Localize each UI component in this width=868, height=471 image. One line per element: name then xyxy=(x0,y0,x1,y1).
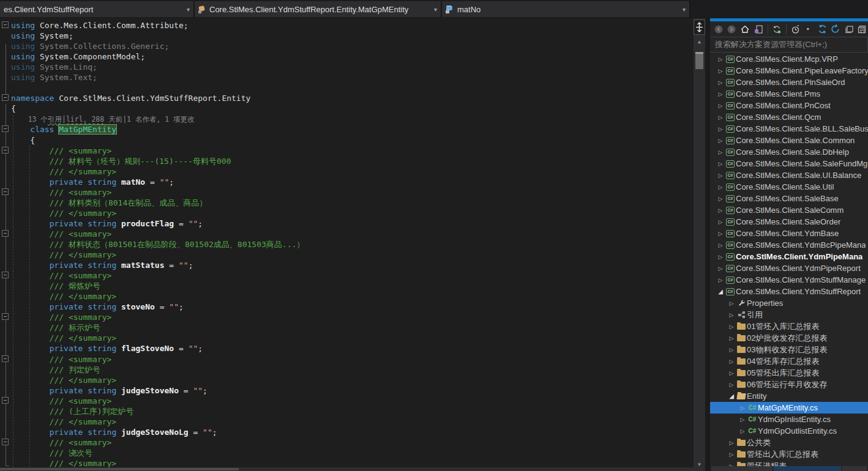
refresh-icon[interactable] xyxy=(816,23,828,35)
show-all-files-icon[interactable] xyxy=(856,23,868,35)
collapsed-arrow-icon[interactable]: ▷ xyxy=(716,56,725,62)
tree-item[interactable]: ▷06管坯运行年月收发存 xyxy=(710,379,868,390)
tree-item-project[interactable]: ▷C#Core.StlMes.Client.YdmPipeReport xyxy=(710,262,868,274)
collapsed-arrow-icon[interactable]: ▷ xyxy=(738,428,747,434)
code-line[interactable]: − class MatGpMEntity xyxy=(0,124,694,135)
tree-item[interactable]: ◢Entity xyxy=(710,390,868,402)
project-dropdown[interactable]: es.Client.YdmStuffReport ▾ xyxy=(0,1,195,17)
tree-item-project[interactable]: ▷C#Core.StlMes.Client.Sale.Util xyxy=(710,181,868,193)
collapsed-arrow-icon[interactable]: ▷ xyxy=(727,347,736,353)
tree-item-project[interactable]: ▷C#Core.StlMes.Client.Qcm xyxy=(710,111,868,123)
collapsed-arrow-icon[interactable]: ▷ xyxy=(716,265,725,272)
tree-item[interactable]: ▷05管坯出库汇总报表 xyxy=(710,367,868,379)
collapsed-arrow-icon[interactable]: ▷ xyxy=(716,219,725,225)
fold-gutter[interactable]: − xyxy=(0,93,11,103)
horizontal-scrollbar-thumb[interactable] xyxy=(0,468,239,470)
back-icon[interactable] xyxy=(713,23,725,35)
code-line[interactable]: /// (上工序)判定炉号 xyxy=(0,406,694,417)
code-line[interactable]: − /// <summary> xyxy=(0,146,694,156)
vertical-scrollbar-thumb[interactable] xyxy=(695,52,703,69)
collapsed-arrow-icon[interactable]: ▷ xyxy=(716,80,725,86)
code-line[interactable]: private string matNo = ""; xyxy=(0,177,694,187)
code-editor[interactable]: −using Core.Mes.Client.Comm.Attribute;us… xyxy=(0,18,694,471)
tree-item-project[interactable]: ▷C#Core.StlMes.Client.Sale.UI.Balance xyxy=(710,169,868,181)
scroll-up-arrow[interactable]: ▲ xyxy=(694,39,705,45)
tree-item-project[interactable]: ▷C#Core.StlMes.Client.Sale.SaleFundMg xyxy=(710,158,868,169)
code-line[interactable]: − /// <summary> xyxy=(0,354,694,365)
tree-item[interactable]: ▷引用 xyxy=(710,309,868,321)
code-line[interactable]: /// 材料号（坯号）规则---(15)----母料号000 xyxy=(0,156,694,166)
tree-item-project[interactable]: ▷C#Core.StlMes.Client.SaleOrder xyxy=(710,216,868,228)
panel-splitter[interactable] xyxy=(705,18,710,471)
tree-item-project[interactable]: ▷C#Core.StlMes.Client.YdmBase xyxy=(710,228,868,239)
collapsed-arrow-icon[interactable]: ▷ xyxy=(738,405,747,411)
tree-item-project[interactable]: ▷C#Core.StlMes.Client.YdmBcPipeMana xyxy=(710,239,868,251)
tree-item-project[interactable]: ▷C#Core.StlMes.Client.Pms xyxy=(710,88,868,100)
tree-item-file[interactable]: ▷C#YdmGpOutlistEntity.cs xyxy=(710,425,868,437)
code-line[interactable]: /// </summary> xyxy=(0,375,694,385)
collapsed-arrow-icon[interactable]: ▷ xyxy=(716,103,725,109)
code-line[interactable]: /// </summary> xyxy=(0,250,694,260)
fold-collapse-icon[interactable]: − xyxy=(2,188,9,195)
type-dropdown[interactable]: Core.StlMes.Client.YdmStuffReport.Entity… xyxy=(195,1,442,17)
collapsed-arrow-icon[interactable]: ▷ xyxy=(716,184,725,190)
code-line[interactable]: private string judgeStoveNoLg = ""; xyxy=(0,427,694,437)
code-line[interactable]: /// 判定炉号 xyxy=(0,365,694,375)
code-line[interactable]: 13 个引用|lirl, 288 天前|1 名作者, 1 项更改 xyxy=(0,114,694,124)
collapsed-arrow-icon[interactable]: ▷ xyxy=(727,335,736,341)
tree-item[interactable]: ▷Properties xyxy=(710,297,868,309)
tree-item-project[interactable]: ▷C#Core.StlMes.Client.YdmStuffManage xyxy=(710,274,868,286)
fold-gutter[interactable]: − xyxy=(0,20,11,31)
tree-item-file[interactable]: ▷C#YdmGpInlistEntity.cs xyxy=(710,414,868,425)
code-line[interactable]: private string flagStoveNo = ""; xyxy=(0,343,694,354)
search-input[interactable]: 搜索解决方案资源管理器(Ctrl+;) xyxy=(710,37,868,52)
collapsed-arrow-icon[interactable]: ▷ xyxy=(716,91,725,97)
fold-collapse-icon[interactable]: − xyxy=(2,94,9,101)
caret-icon[interactable]: ▾ xyxy=(803,23,815,35)
tree-item[interactable]: ▷管坯出入库汇总报表 xyxy=(710,448,868,460)
bottom-tab[interactable] xyxy=(774,466,841,471)
code-line[interactable]: /// </summary> xyxy=(0,166,694,177)
home-icon[interactable] xyxy=(739,23,751,35)
fold-collapse-icon[interactable]: − xyxy=(2,125,9,132)
fold-collapse-icon[interactable]: − xyxy=(2,147,9,154)
code-line[interactable]: private string productFlag = ""; xyxy=(0,218,694,229)
pending-changes-filter-icon[interactable] xyxy=(790,23,802,35)
tree-item[interactable]: ▷03物料收发存汇总报表 xyxy=(710,344,868,355)
fold-collapse-icon[interactable]: − xyxy=(2,439,9,445)
member-dropdown[interactable]: matNo ▾ xyxy=(442,1,690,17)
tree-item-project[interactable]: ▷C#Core.StlMes.Client.SaleBase xyxy=(710,193,868,204)
code-line[interactable]: /// 材料类别（8014在制品、成品、商品） xyxy=(0,198,694,208)
scroll-down-arrow[interactable]: ▼ xyxy=(694,462,705,467)
collapsed-arrow-icon[interactable]: ▷ xyxy=(727,370,736,376)
tree-item[interactable]: ▷04管坯库存汇总报表 xyxy=(710,355,868,367)
tree-item-project[interactable]: ▷C#Core.StlMes.Client.SaleComm xyxy=(710,204,868,216)
tree-item-project[interactable]: ▷C#Core.StlMes.Client.Sale.BLL.SaleBus xyxy=(710,123,868,135)
forward-icon[interactable] xyxy=(726,23,738,35)
code-line[interactable]: − /// <summary> xyxy=(0,396,694,406)
collapse-all-icon[interactable] xyxy=(843,23,855,35)
tree-item[interactable]: ▷公共类 xyxy=(710,437,868,448)
collapsed-arrow-icon[interactable]: ▷ xyxy=(727,382,736,388)
collapsed-arrow-icon[interactable]: ▷ xyxy=(727,312,736,318)
collapsed-arrow-icon[interactable]: ▷ xyxy=(716,207,725,213)
expanded-arrow-icon[interactable]: ◢ xyxy=(727,393,736,399)
fold-collapse-icon[interactable]: − xyxy=(2,230,9,237)
code-line[interactable]: /// </summary> xyxy=(0,291,694,302)
tree-item-project[interactable]: ▷C#Core.StlMes.Client.YdmPipeMana xyxy=(710,251,868,262)
collapsed-arrow-icon[interactable]: ▷ xyxy=(716,114,725,121)
code-line[interactable]: − /// <summary> xyxy=(0,187,694,198)
collapsed-arrow-icon[interactable]: ▷ xyxy=(716,68,725,74)
code-line[interactable]: −namespace Core.StlMes.Client.YdmStuffRe… xyxy=(0,93,694,103)
fold-collapse-icon[interactable]: − xyxy=(2,397,9,404)
collapsed-arrow-icon[interactable]: ▷ xyxy=(727,451,736,458)
collapsed-arrow-icon[interactable]: ▷ xyxy=(727,324,736,330)
code-line[interactable]: /// 熔炼炉号 xyxy=(0,281,694,291)
collapsed-arrow-icon[interactable]: ▷ xyxy=(716,196,725,202)
expanded-arrow-icon[interactable]: ◢ xyxy=(716,288,725,295)
code-line[interactable]: private string judgeStoveNo = ""; xyxy=(0,385,694,396)
collapsed-arrow-icon[interactable]: ▷ xyxy=(727,300,736,306)
bottom-tab[interactable] xyxy=(842,466,867,471)
collapsed-arrow-icon[interactable]: ▷ xyxy=(727,358,736,365)
fold-collapse-icon[interactable]: − xyxy=(2,21,9,28)
